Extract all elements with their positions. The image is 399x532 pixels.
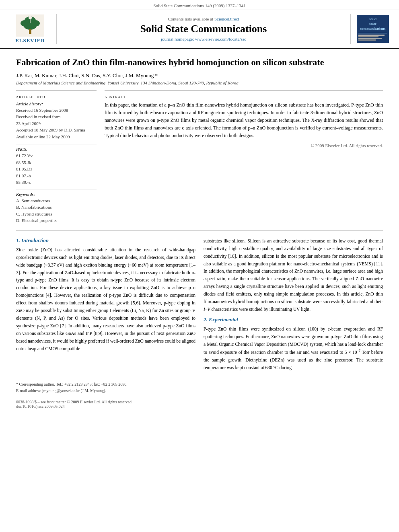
intro-continuation: substrates like silicon. Silicon is an a… bbox=[204, 237, 383, 314]
accepted-date: Accepted 18 May 2009 by D.D. Sarma bbox=[16, 127, 97, 134]
elsevier-logo-area: ELSEVIER bbox=[8, 14, 52, 44]
svg-rect-5 bbox=[29, 29, 31, 34]
journal-info-text: Solid State Communications 149 (2009) 13… bbox=[153, 3, 245, 8]
abstract-text: In this paper, the formation of a p–n Zn… bbox=[105, 101, 383, 140]
authors-text: J.P. Kar, M. Kumar, J.H. Choi, S.N. Das,… bbox=[16, 72, 158, 78]
revised-date: 23 April 2009 bbox=[16, 120, 97, 127]
elsevier-text: ELSEVIER bbox=[15, 37, 45, 44]
issn-text: 0038-1098/$ – see front matter © 2009 El… bbox=[16, 400, 132, 404]
sciencedirect-link[interactable]: ScienceDirect bbox=[214, 16, 239, 21]
keywords-label: Keywords: bbox=[16, 192, 97, 197]
copyright-text: © 2009 Elsevier Ltd. All rights reserved… bbox=[105, 143, 383, 148]
keyword-1: A. Semiconductors bbox=[16, 197, 97, 204]
keywords-block: Keywords: A. Semiconductors B. Nanofabri… bbox=[16, 189, 97, 224]
pacs-3: 81.05.Dz bbox=[16, 166, 97, 173]
contents-line: Contents lists available at ScienceDirec… bbox=[65, 16, 342, 21]
journal-title-area: Contents lists available at ScienceDirec… bbox=[56, 14, 351, 44]
article-info-label: article info bbox=[16, 94, 97, 99]
body-left-col: 1. Introduction Zinc oxide (ZnO) has att… bbox=[16, 237, 195, 375]
body-section: 1. Introduction Zinc oxide (ZnO) has att… bbox=[0, 237, 399, 375]
thumb-title: solidstatecommunications bbox=[360, 17, 386, 31]
pacs-block: PACS: 61.72.Vv 68.55.Jk 81.05.Dz 81.07.-… bbox=[16, 144, 97, 186]
journal-citation: Solid State Communications 149 (2009) 13… bbox=[0, 0, 399, 10]
bottom-bar: 0038-1098/$ – see front matter © 2009 El… bbox=[0, 397, 399, 411]
authors-line: J.P. Kar, M. Kumar, J.H. Choi, S.N. Das,… bbox=[16, 72, 383, 79]
elsevier-logo: ELSEVIER bbox=[15, 14, 45, 44]
article-header: Fabrication of ZnO thin film-nanowires h… bbox=[0, 49, 399, 85]
article-title: Fabrication of ZnO thin film-nanowires h… bbox=[16, 57, 383, 68]
journal-header: ELSEVIER Contents lists available at Sci… bbox=[0, 10, 399, 49]
keyword-2: B. Nanofabrications bbox=[16, 204, 97, 211]
pacs-2: 68.55.Jk bbox=[16, 159, 97, 166]
experimental-heading: 2. Experimental bbox=[204, 316, 383, 323]
intro-heading: 1. Introduction bbox=[16, 237, 195, 244]
abstract-label: abstract bbox=[105, 94, 383, 99]
article-info-col: article info Article history: Received 1… bbox=[16, 90, 97, 224]
pacs-1: 61.72.Vv bbox=[16, 152, 97, 159]
affiliation-text: Department of Materials Science and Engi… bbox=[16, 80, 383, 85]
elsevier-tree-icon bbox=[16, 14, 44, 37]
section-divider bbox=[16, 230, 383, 231]
journal-thumbnail: solidstatecommunications bbox=[357, 15, 389, 43]
email-note: E-mail address: jmyoung@yonsei.ac.kr (J.… bbox=[16, 388, 383, 394]
keyword-3: C. Hybrid structures bbox=[16, 211, 97, 218]
body-right-col: substrates like silicon. Silicon is an a… bbox=[204, 237, 383, 375]
abstract-col: abstract In this paper, the formation of… bbox=[105, 90, 383, 224]
footnotes-section: * Corresponding author. Tel.: +82 2 2123… bbox=[16, 379, 383, 394]
article-history: Article history: Received 16 September 2… bbox=[16, 101, 97, 140]
svg-point-6 bbox=[29, 16, 32, 19]
info-abstract-section: article info Article history: Received 1… bbox=[0, 90, 399, 224]
keyword-4: D. Electrical properties bbox=[16, 217, 97, 224]
journal-title: Solid State Communications bbox=[65, 23, 342, 35]
intro-paragraph: Zinc oxide (ZnO) has attracted considera… bbox=[16, 246, 195, 353]
pacs-4: 81.07.-b bbox=[16, 173, 97, 179]
pacs-label: PACS: bbox=[16, 147, 97, 152]
doi-text: doi:10.1016/j.ssc.2009.05.024 bbox=[16, 404, 65, 409]
experimental-paragraph: P-type ZnO thin films were synthesized o… bbox=[204, 325, 383, 372]
journal-thumbnail-area: solidstatecommunications bbox=[355, 15, 391, 43]
received-date: Received 16 September 2008 bbox=[16, 107, 97, 114]
revised-label: Received in revised form bbox=[16, 113, 97, 120]
homepage-link[interactable]: www.elsevier.com/locate/ssc bbox=[195, 37, 246, 41]
history-heading: Article history: bbox=[16, 101, 97, 106]
corresponding-author-note: * Corresponding author. Tel.: +82 2 2123… bbox=[16, 382, 383, 387]
available-date: Available online 22 May 2009 bbox=[16, 134, 97, 140]
pacs-5: 85.30.-z bbox=[16, 179, 97, 186]
journal-homepage: journal homepage: www.elsevier.com/locat… bbox=[65, 37, 342, 41]
